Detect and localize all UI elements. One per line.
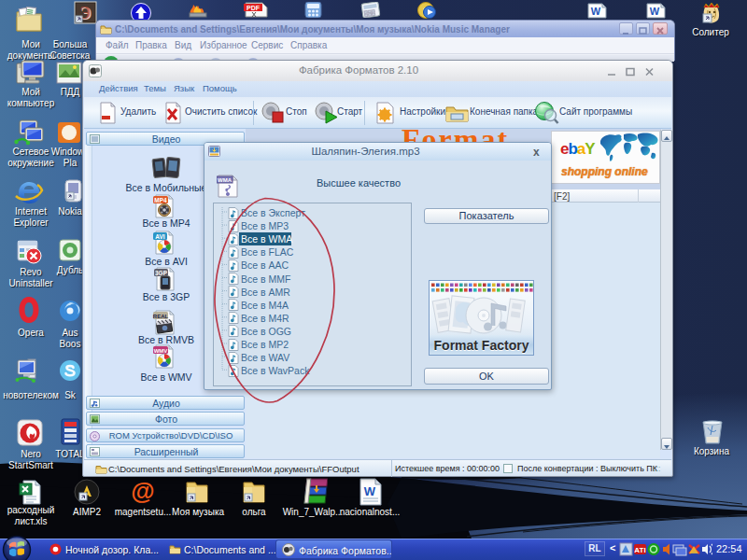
svg-text:W: W bbox=[591, 6, 601, 17]
svg-text:@: @ bbox=[131, 477, 154, 505]
svg-text:AVI: AVI bbox=[155, 233, 165, 240]
svg-text:WMV: WMV bbox=[154, 348, 168, 354]
svg-text:PDF: PDF bbox=[247, 5, 261, 11]
svg-text:Format Factory: Format Factory bbox=[434, 338, 529, 353]
svg-text:3GP: 3GP bbox=[155, 270, 168, 276]
svg-text:W: W bbox=[364, 484, 376, 498]
svg-text:REAL: REAL bbox=[153, 314, 169, 319]
svg-text:W: W bbox=[650, 6, 660, 17]
svg-text:MP4: MP4 bbox=[154, 197, 167, 203]
svg-text:ATI: ATI bbox=[634, 546, 645, 554]
